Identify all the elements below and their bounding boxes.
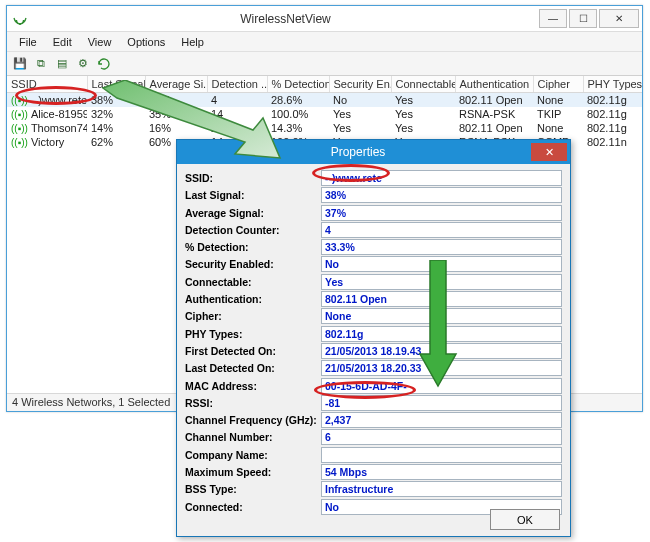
table-cell: 14% — [87, 121, 145, 135]
col-pct-detection[interactable]: % Detection — [267, 76, 329, 93]
table-cell: None — [533, 93, 583, 108]
table-cell: 802.11 Open — [455, 121, 533, 135]
table-cell: 802.11n — [583, 135, 642, 149]
close-button[interactable]: ✕ — [599, 9, 639, 28]
copy-icon[interactable]: ⧉ — [32, 55, 50, 73]
properties-icon[interactable]: ▤ — [53, 55, 71, 73]
prop-co-value[interactable] — [321, 447, 562, 463]
menu-file[interactable]: File — [11, 34, 45, 50]
col-auth[interactable]: Authentication — [455, 76, 533, 93]
table-cell: ((▪))Alice-819593... — [7, 107, 87, 121]
titlebar: WirelessNetView — ☐ ✕ — [7, 6, 642, 32]
table-cell: RSNA-PSK — [455, 107, 533, 121]
table-cell: ((▪))--)www.retel... — [7, 93, 87, 108]
table-cell: 2 — [207, 121, 267, 135]
menu-view[interactable]: View — [80, 34, 120, 50]
signal-icon: ((▪)) — [11, 109, 28, 120]
prop-freq-value[interactable]: 2,437 — [321, 412, 562, 428]
table-cell: TKIP — [533, 107, 583, 121]
prop-chan-label: Channel Number: — [185, 431, 321, 443]
col-last-signal[interactable]: Last Signal — [87, 76, 145, 93]
prop-rssi-value[interactable]: -81 — [321, 395, 562, 411]
prop-ciph-value[interactable]: None — [321, 308, 562, 324]
prop-pct-label: % Detection: — [185, 241, 321, 253]
table-cell: 38% — [87, 93, 145, 108]
table-cell: Yes — [391, 107, 455, 121]
table-cell: 16% — [145, 121, 207, 135]
table-cell: 37% — [145, 93, 207, 108]
table-row[interactable]: ((▪))Alice-819593...32%35%14100.0%YesYes… — [7, 107, 642, 121]
col-security[interactable]: Security En... — [329, 76, 391, 93]
prop-phy-label: PHY Types: — [185, 328, 321, 340]
maximize-button[interactable]: ☐ — [569, 9, 597, 28]
table-cell: ((▪))Thomson74... — [7, 121, 87, 135]
menu-edit[interactable]: Edit — [45, 34, 80, 50]
prop-last-value[interactable]: 38% — [321, 187, 562, 203]
prop-lastd-label: Last Detected On: — [185, 362, 321, 374]
table-cell: 62% — [87, 135, 145, 149]
ok-button[interactable]: OK — [490, 509, 560, 530]
refresh-icon[interactable] — [95, 55, 113, 73]
dialog-title: Properties — [185, 145, 531, 159]
table-cell: None — [533, 121, 583, 135]
prop-conn-label: Connectable: — [185, 276, 321, 288]
dialog-body: SSID:--)www.rete Last Signal:38% Average… — [177, 164, 570, 520]
table-header-row: SSID Last Signal Average Si... Detection… — [7, 76, 642, 93]
dialog-titlebar: Properties ✕ — [177, 140, 570, 164]
prop-sec-value[interactable]: No — [321, 256, 562, 272]
prop-bss-value[interactable]: Infrastructure — [321, 481, 562, 497]
prop-freq-label: Channel Frequency (GHz): — [185, 414, 321, 426]
settings-icon[interactable]: ⚙ — [74, 55, 92, 73]
window-title: WirelessNetView — [34, 12, 537, 26]
prop-co-label: Company Name: — [185, 449, 321, 461]
table-cell: 28.6% — [267, 93, 329, 108]
col-connectable[interactable]: Connectable — [391, 76, 455, 93]
properties-dialog: Properties ✕ SSID:--)www.rete Last Signa… — [176, 139, 571, 537]
col-detection[interactable]: Detection ... — [207, 76, 267, 93]
prop-detc-label: Detection Counter: — [185, 224, 321, 236]
prop-detc-value[interactable]: 4 — [321, 222, 562, 238]
menu-options[interactable]: Options — [119, 34, 173, 50]
table-cell: 802.11g — [583, 121, 642, 135]
prop-spd-value[interactable]: 54 Mbps — [321, 464, 562, 480]
table-cell: 4 — [207, 93, 267, 108]
table-cell: Yes — [329, 107, 391, 121]
col-phy[interactable]: PHY Types — [583, 76, 642, 93]
col-cipher[interactable]: Cipher — [533, 76, 583, 93]
prop-auth-value[interactable]: 802.11 Open — [321, 291, 562, 307]
table-cell: 802.11g — [583, 93, 642, 108]
table-cell: Yes — [329, 121, 391, 135]
table-cell: ((▪))Victory — [7, 135, 87, 149]
col-ssid[interactable]: SSID — [7, 76, 87, 93]
signal-icon: ((▪)) — [11, 95, 28, 106]
prop-lastd-value[interactable]: 21/05/2013 18.20.33 — [321, 360, 562, 376]
prop-avg-value[interactable]: 37% — [321, 205, 562, 221]
dialog-close-button[interactable]: ✕ — [531, 143, 567, 161]
prop-ssid-value[interactable]: --)www.rete — [321, 170, 562, 186]
prop-chan-value[interactable]: 6 — [321, 429, 562, 445]
prop-auth-label: Authentication: — [185, 293, 321, 305]
table-cell: 802.11 Open — [455, 93, 533, 108]
table-cell: 35% — [145, 107, 207, 121]
save-icon[interactable]: 💾 — [11, 55, 29, 73]
table-cell: 32% — [87, 107, 145, 121]
prop-last-label: Last Signal: — [185, 189, 321, 201]
menu-help[interactable]: Help — [173, 34, 212, 50]
prop-phy-value[interactable]: 802.11g — [321, 326, 562, 342]
table-cell: Yes — [391, 121, 455, 135]
table-cell: Yes — [391, 93, 455, 108]
window-buttons: — ☐ ✕ — [537, 9, 639, 28]
prop-avg-label: Average Signal: — [185, 207, 321, 219]
prop-first-value[interactable]: 21/05/2013 18.19.43 — [321, 343, 562, 359]
prop-first-label: First Detected On: — [185, 345, 321, 357]
menubar: File Edit View Options Help — [7, 32, 642, 52]
prop-conn-value[interactable]: Yes — [321, 274, 562, 290]
table-row[interactable]: ((▪))Thomson74...14%16%214.3%YesYes802.1… — [7, 121, 642, 135]
prop-pct-value[interactable]: 33.3% — [321, 239, 562, 255]
prop-mac-value[interactable]: 00-15-6D-AD-4F- — [321, 378, 562, 394]
toolbar: 💾 ⧉ ▤ ⚙ — [7, 52, 642, 76]
col-avg-signal[interactable]: Average Si... — [145, 76, 207, 93]
minimize-button[interactable]: — — [539, 9, 567, 28]
table-row[interactable]: ((▪))--)www.retel...38%37%428.6%NoYes802… — [7, 93, 642, 108]
table-cell: 14 — [207, 107, 267, 121]
